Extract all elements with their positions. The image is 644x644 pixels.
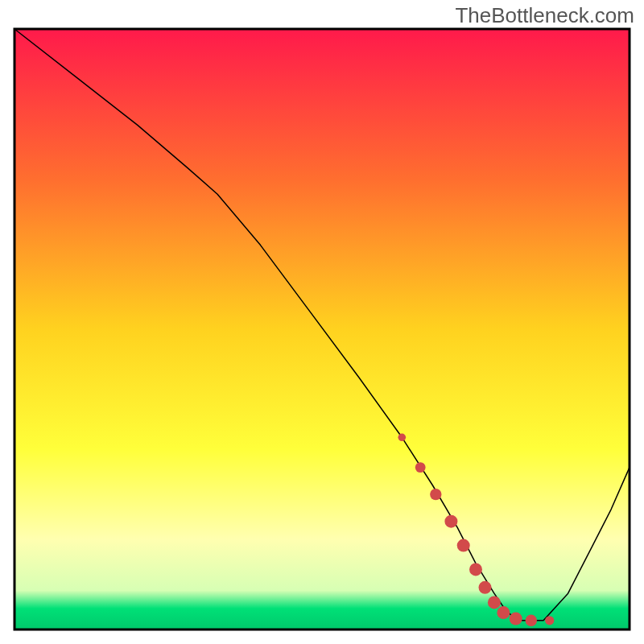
highlight-dot bbox=[497, 606, 510, 619]
highlight-dot bbox=[469, 563, 482, 576]
chart-frame: TheBottleneck.com bbox=[0, 0, 644, 644]
watermark-text: TheBottleneck.com bbox=[455, 3, 634, 28]
highlight-dot bbox=[430, 489, 441, 500]
highlight-dot bbox=[398, 434, 407, 442]
bottleneck-chart bbox=[0, 0, 644, 644]
plot-background bbox=[14, 29, 630, 630]
highlight-dot bbox=[415, 462, 426, 473]
highlight-dot bbox=[526, 615, 537, 626]
highlight-dot bbox=[545, 616, 554, 625]
highlight-dot bbox=[444, 515, 457, 528]
highlight-dot bbox=[457, 539, 470, 552]
highlight-dot bbox=[479, 581, 492, 594]
highlight-dot bbox=[488, 596, 501, 609]
highlight-dot bbox=[510, 613, 522, 625]
